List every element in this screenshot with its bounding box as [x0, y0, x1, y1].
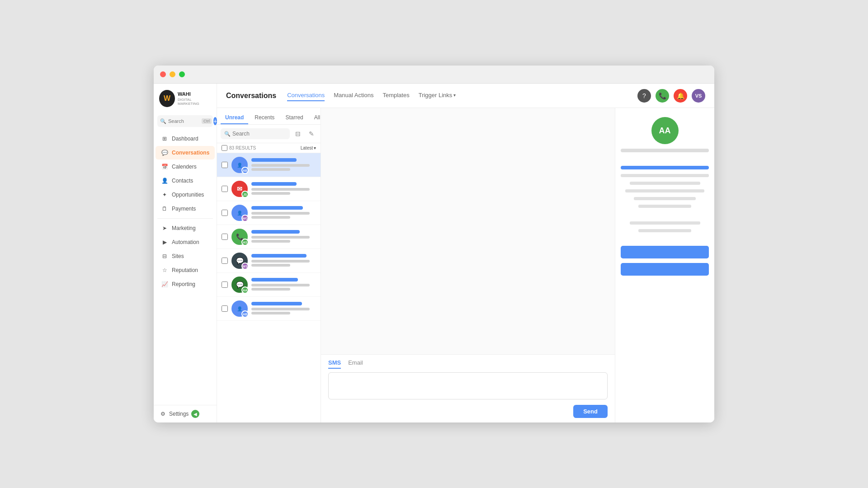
conversation-item[interactable]: 📞 AS — [217, 225, 321, 249]
tab-starred[interactable]: Starred — [281, 112, 307, 124]
sidebar-item-opportunities[interactable]: ✦ Opportunities — [156, 188, 215, 202]
tab-sms[interactable]: SMS — [328, 359, 341, 369]
conversation-item[interactable]: 💬 AA — [217, 273, 321, 297]
nav-item-trigger-links[interactable]: Trigger Links ▾ — [419, 90, 456, 101]
conv-checkbox[interactable] — [222, 305, 228, 312]
right-panel: AA — [615, 108, 714, 422]
sidebar-item-label: Opportunities — [172, 192, 204, 198]
conversation-item[interactable]: 💬 WS — [217, 249, 321, 273]
avatar-button[interactable]: VS — [692, 89, 705, 103]
conv-preview — [251, 284, 310, 286]
sidebar-item-calenders[interactable]: 📅 Calenders — [156, 160, 215, 174]
avatar: 👤 WG — [231, 205, 248, 221]
nav-divider — [157, 218, 213, 219]
avatar-badge: AS — [241, 239, 249, 246]
help-button[interactable]: ? — [637, 89, 651, 103]
conversation-item[interactable]: 👤 AB — [217, 153, 321, 177]
conv-name — [251, 182, 297, 186]
conv-info — [251, 254, 316, 268]
nav-item-conversations[interactable]: Conversations — [287, 90, 325, 101]
filter-icon[interactable]: ⊟ — [292, 128, 303, 139]
sidebar-item-sites[interactable]: ⊟ Sites — [156, 249, 215, 263]
conv-info — [251, 206, 316, 220]
search-icon: 🔍 — [224, 131, 231, 137]
detail-line — [630, 182, 700, 185]
settings-label: Settings — [169, 411, 189, 417]
sidebar-item-contacts[interactable]: 👤 Contacts — [156, 174, 215, 188]
reporting-icon: 📈 — [161, 281, 168, 288]
conv-search-input[interactable] — [232, 131, 286, 137]
brand-sub: DIGITAL MARKETING — [178, 98, 211, 106]
browser-titlebar — [154, 66, 714, 84]
compose-icon[interactable]: ✎ — [306, 128, 317, 139]
online-indicator: ◀ — [191, 410, 199, 418]
sidebar-item-marketing[interactable]: ➤ Marketing — [156, 221, 215, 235]
conv-preview — [251, 260, 310, 263]
conv-preview — [251, 308, 310, 310]
sidebar-item-payments[interactable]: 🗒 Payments — [156, 202, 215, 216]
content-area: Unread Recents Starred All 🔍 ⊟ ✎ — [217, 108, 714, 422]
sidebar-search[interactable]: 🔍 Ctrl + — [157, 115, 213, 127]
conv-checkbox[interactable] — [222, 258, 228, 264]
avatar-badge: WG — [241, 215, 249, 222]
conv-preview-2 — [251, 264, 290, 267]
conv-search-bar: 🔍 ⊟ ✎ — [217, 125, 321, 143]
tab-recents[interactable]: Recents — [250, 112, 279, 124]
logo-icon: W — [159, 90, 175, 107]
conversation-item[interactable]: 👤 AB — [217, 297, 321, 321]
conv-checkbox[interactable] — [222, 186, 228, 192]
sidebar-item-reporting[interactable]: 📈 Reporting — [156, 277, 215, 291]
maximize-button[interactable] — [179, 71, 185, 77]
minimize-button[interactable] — [170, 71, 175, 77]
conversation-item[interactable]: 👤 WG — [217, 201, 321, 225]
brand-name: WAHI — [178, 91, 211, 97]
action-button-1[interactable] — [621, 246, 709, 258]
conv-checkbox[interactable] — [222, 162, 228, 168]
conv-checkbox[interactable] — [222, 210, 228, 216]
search-input[interactable] — [168, 118, 200, 124]
tab-email[interactable]: Email — [348, 359, 363, 369]
sidebar-item-label: Payments — [172, 206, 196, 212]
sidebar: W WAHI DIGITAL MARKETING 🔍 Ctrl + ⊞ Dash… — [154, 84, 217, 422]
sort-button[interactable]: Latest ▾ — [301, 145, 316, 150]
avatar: 📞 AS — [231, 229, 248, 245]
chat-messages — [321, 108, 615, 354]
sidebar-item-label: Conversations — [172, 150, 209, 156]
notifications-button[interactable]: 🔔 — [674, 89, 687, 103]
settings-item[interactable]: ⚙ Settings ◀ — [154, 405, 217, 422]
logo: W WAHI DIGITAL MARKETING — [154, 84, 217, 113]
conversation-item[interactable]: ✉ JS — [217, 177, 321, 201]
sidebar-item-dashboard[interactable]: ⊞ Dashboard — [156, 132, 215, 145]
sidebar-item-conversations[interactable]: 💬 Conversations — [156, 146, 215, 160]
conv-info — [251, 302, 316, 316]
contact-avatar: AA — [651, 117, 679, 144]
detail-line — [638, 205, 691, 208]
avatar-badge: AA — [241, 286, 249, 294]
conv-checkbox[interactable] — [222, 282, 228, 288]
tab-unread[interactable]: Unread — [221, 112, 248, 124]
nav-item-manual-actions[interactable]: Manual Actions — [334, 90, 373, 101]
conv-name — [251, 302, 302, 305]
sidebar-item-automation[interactable]: ▶ Automation — [156, 235, 215, 249]
conv-checkbox[interactable] — [222, 234, 228, 240]
contacts-icon: 👤 — [161, 177, 168, 184]
avatar: ✉ JS — [231, 181, 248, 197]
select-all-checkbox[interactable] — [222, 145, 227, 151]
sidebar-item-reputation[interactable]: ☆ Reputation — [156, 263, 215, 277]
phone-button[interactable]: 📞 — [656, 89, 669, 103]
close-button[interactable] — [160, 71, 166, 77]
send-button[interactable]: Send — [573, 405, 608, 418]
chevron-down-icon: ▾ — [453, 93, 456, 98]
action-button-2[interactable] — [621, 263, 709, 276]
conv-search-field[interactable]: 🔍 — [221, 128, 290, 139]
compose-tabs: SMS Email — [328, 359, 608, 369]
sidebar-item-label: Calenders — [172, 164, 197, 170]
nav-item-templates[interactable]: Templates — [382, 90, 409, 101]
reputation-icon: ☆ — [161, 267, 168, 274]
message-input[interactable] — [328, 372, 608, 399]
conv-preview — [251, 188, 310, 191]
sidebar-item-label: Sites — [172, 253, 184, 259]
conv-name — [251, 278, 298, 282]
chevron-down-icon: ▾ — [314, 145, 316, 150]
add-conversation-button[interactable]: + — [213, 117, 217, 125]
